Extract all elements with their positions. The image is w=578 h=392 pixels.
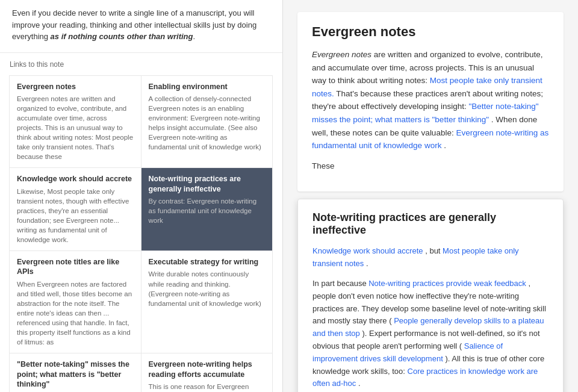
pp1-text2: . — [366, 259, 368, 268]
link-item-note-writing-ineffective[interactable]: Note-writing practices are generally ine… — [141, 167, 273, 251]
pp2-prefix: In part because — [312, 279, 368, 288]
link-item-desc: When Evergreen notes are factored and ti… — [17, 279, 134, 347]
en-text4: . — [444, 141, 446, 150]
link-item-title: Evergreen note-writing helps reading eff… — [149, 359, 266, 379]
link-item-enabling-environment[interactable]: Enabling environmentA collection of dens… — [141, 75, 273, 169]
note-writing-popup: Note-writing practices are generally ine… — [297, 199, 564, 392]
intro-text-part2: . — [193, 32, 195, 41]
link-item-title: Evergreen note titles are like APIs — [17, 257, 134, 277]
link-item-knowledge-work[interactable]: Knowledge work should accreteLikewise, M… — [9, 167, 141, 251]
links-grid: Evergreen notesEvergreen notes are writt… — [10, 76, 273, 393]
links-title: Links to this note — [10, 60, 273, 69]
intro-text-italic: as if nothing counts other than writing — [51, 32, 193, 41]
intro-text: Even if you decide never to write a sing… — [0, 0, 282, 53]
popup-title: Note-writing practices are generally ine… — [312, 211, 548, 237]
right-content: Evergreen notes Evergreen notes are writ… — [283, 0, 578, 392]
link-item-title: Note-writing practices are generally ine… — [149, 174, 266, 194]
link-item-reading-efforts[interactable]: Evergreen note-writing helps reading eff… — [141, 353, 273, 392]
left-panel: Even if you decide never to write a sing… — [0, 0, 283, 392]
link-item-api-titles[interactable]: Evergreen note titles are like APIsWhen … — [9, 250, 141, 353]
link-item-title: "Better note-taking" misses the point; w… — [17, 359, 134, 389]
link-item-desc: Write durable notes continuously while r… — [149, 269, 266, 308]
link-item-title: Evergreen notes — [17, 82, 134, 92]
link-item-desc: Likewise, Most people take only transien… — [17, 187, 134, 245]
evergreen-notes-card: Evergreen notes Evergreen notes are writ… — [297, 12, 564, 191]
link-item-title: Knowledge work should accrete — [17, 174, 134, 184]
link-item-executable-strategy[interactable]: Executable strategy for writingWrite dur… — [141, 250, 273, 353]
evergreen-notes-title: Evergreen notes — [312, 24, 549, 40]
popup-para1: Knowledge work should accrete , but Most… — [312, 245, 548, 270]
en-trailing: These — [312, 160, 549, 173]
link-item-title: Enabling environment — [149, 82, 266, 92]
pp2-text4: . — [358, 379, 361, 388]
link-knowledge-accrete[interactable]: Knowledge work should accrete — [312, 246, 423, 255]
evergreen-notes-para: Evergreen notes are written and organize… — [312, 48, 549, 152]
popup-para2: In part because Note-writing practices p… — [312, 278, 548, 390]
right-panel[interactable]: Evergreen notes Evergreen notes are writ… — [283, 0, 578, 392]
link-item-title: Executable strategy for writing — [149, 257, 266, 267]
link-item-desc: A collection of densely-connected Evergr… — [149, 94, 266, 152]
links-section: Links to this note Evergreen notesEvergr… — [0, 53, 282, 393]
evergreen-notes-body: Evergreen notes are written and organize… — [312, 48, 549, 172]
link-item-desc: Evergreen notes are written and organize… — [17, 94, 134, 162]
evergreen-italic: Evergreen notes — [312, 50, 371, 59]
link-weak-feedback[interactable]: Note-writing practices provide weak feed… — [368, 279, 526, 288]
link-item-better-note-taking[interactable]: "Better note-taking" misses the point; w… — [9, 353, 141, 392]
link-item-evergreen-notes[interactable]: Evergreen notesEvergreen notes are writt… — [9, 75, 141, 169]
popup-body: Knowledge work should accrete , but Most… — [312, 245, 548, 392]
link-item-desc: This is one reason for Evergreen note-wr… — [149, 382, 266, 392]
pp1-text1: , but — [425, 246, 443, 255]
link-item-desc: By contrast: Evergreen note-writing as f… — [149, 196, 266, 225]
